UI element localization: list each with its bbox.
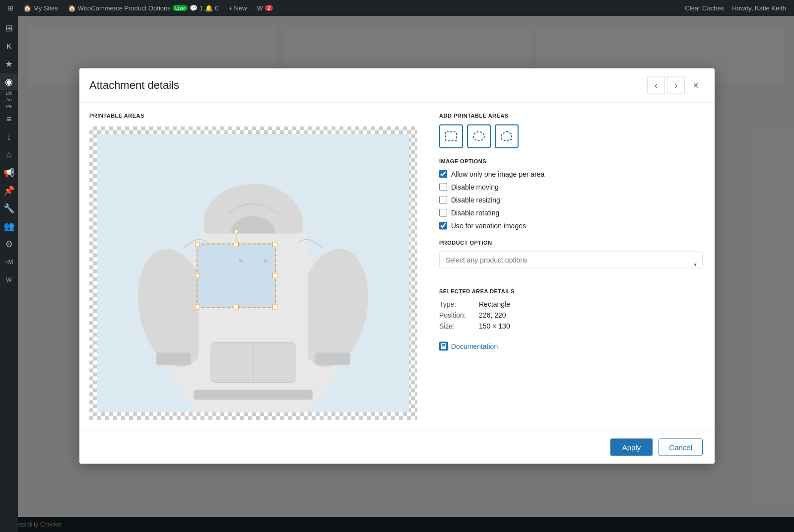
close-icon: × bbox=[693, 79, 699, 91]
woo-icon: W bbox=[257, 4, 263, 12]
attachment-details-modal: Attachment details ‹ › × PRINTABLE AREAS bbox=[79, 68, 715, 464]
printable-area-selection[interactable] bbox=[197, 244, 276, 308]
checkbox-disable-rotating[interactable]: Disable rotating bbox=[439, 209, 703, 217]
image-options-group: Allow only one image per area Disable mo… bbox=[439, 170, 703, 230]
checkbox-one-image-input[interactable] bbox=[439, 170, 447, 178]
modal-next-button[interactable]: › bbox=[667, 76, 685, 94]
modal-header: Attachment details ‹ › × bbox=[79, 68, 715, 103]
new-label: + New bbox=[228, 4, 247, 12]
selected-area-details-title: SELECTED AREA DETAILS bbox=[439, 288, 703, 294]
checkbox-variation-images-input[interactable] bbox=[439, 222, 447, 230]
detail-row-position: Position: 226, 220 bbox=[439, 311, 703, 319]
chevron-right-icon: › bbox=[674, 80, 677, 90]
wp-logo-menu[interactable]: ⊞ bbox=[4, 0, 17, 16]
sidebar-icon-active[interactable]: ◉ bbox=[0, 73, 18, 90]
svg-rect-19 bbox=[442, 347, 445, 348]
sidebar-label-pe: Pe bbox=[6, 104, 11, 110]
notif-count: 0 bbox=[215, 4, 218, 12]
checkbox-disable-rotating-input[interactable] bbox=[439, 209, 447, 217]
product-option-select-wrapper[interactable]: Select any product options bbox=[439, 252, 703, 278]
sidebar-icon-list[interactable]: ≡ bbox=[0, 111, 18, 128]
sidebar-label-lib: Lib bbox=[6, 91, 12, 97]
cancel-button[interactable]: Cancel bbox=[659, 439, 703, 456]
checkbox-disable-moving-label: Disable moving bbox=[451, 183, 499, 191]
detail-row-size: Size: 150 × 130 bbox=[439, 322, 703, 330]
plugin-home-icon: 🏠 bbox=[68, 4, 76, 12]
user-menu[interactable]: Howdy, Katie Keith bbox=[728, 0, 790, 16]
clear-caches-label: Clear Caches bbox=[685, 4, 724, 12]
hoodie-preview bbox=[134, 134, 372, 412]
user-label: Howdy, Katie Keith bbox=[732, 4, 786, 12]
type-label: Type: bbox=[439, 300, 479, 308]
add-printable-areas-title: ADD PRINTABLE AREAS bbox=[439, 113, 703, 119]
size-value: 150 × 130 bbox=[479, 322, 510, 330]
modal-prev-button[interactable]: ‹ bbox=[647, 76, 665, 94]
type-value: Rectangle bbox=[479, 300, 510, 308]
handle-top-center[interactable] bbox=[234, 242, 239, 247]
rectangle-shape-button[interactable] bbox=[439, 125, 463, 148]
checkbox-disable-moving[interactable]: Disable moving bbox=[439, 183, 703, 191]
svg-rect-13 bbox=[446, 132, 457, 141]
handle-top-left[interactable] bbox=[195, 242, 200, 247]
canvas-panel: PRINTABLE AREAS bbox=[79, 103, 427, 430]
sidebar-icon-pin[interactable]: 📌 bbox=[0, 182, 18, 199]
modal-close-button[interactable]: × bbox=[687, 76, 705, 94]
handle-bottom-right[interactable] bbox=[272, 305, 277, 310]
my-sites-label: My Sites bbox=[33, 4, 58, 12]
checkbox-disable-resizing-label: Disable resizing bbox=[451, 196, 500, 204]
chevron-left-icon: ‹ bbox=[655, 80, 658, 90]
product-option-select[interactable]: Select any product options bbox=[439, 252, 703, 268]
sidebar-icon-k[interactable]: K bbox=[0, 38, 18, 55]
handle-middle-right[interactable] bbox=[272, 273, 277, 278]
image-options-title: IMAGE OPTIONS bbox=[439, 158, 703, 164]
woo-badge: 2 bbox=[265, 5, 273, 11]
sidebar-icon-tools[interactable]: 🔧 bbox=[0, 200, 18, 217]
sidebar-icon-star[interactable]: ★ bbox=[0, 56, 18, 72]
checkbox-disable-moving-input[interactable] bbox=[439, 183, 447, 191]
handle-top-right[interactable] bbox=[272, 242, 277, 247]
documentation-link[interactable]: Documentation bbox=[439, 342, 703, 351]
checkbox-variation-images-label: Use for variation images bbox=[451, 222, 526, 230]
checkbox-disable-rotating-label: Disable rotating bbox=[451, 209, 499, 217]
my-sites-icon: 🏠 bbox=[23, 4, 31, 12]
options-panel: ADD PRINTABLE AREAS bbox=[427, 103, 715, 430]
plugin-name-menu[interactable]: 🏠 WooCommerce Product Options Live 💬 1 🔔… bbox=[64, 0, 223, 16]
ellipse-shape-button[interactable] bbox=[467, 125, 491, 148]
modal-navigation: ‹ › × bbox=[647, 76, 705, 94]
checkbox-disable-resizing-input[interactable] bbox=[439, 196, 447, 204]
plugin-name-label: WooCommerce Product Options bbox=[78, 4, 171, 12]
detail-row-type: Type: Rectangle bbox=[439, 300, 703, 308]
documentation-label: Documentation bbox=[451, 342, 498, 350]
checkbox-disable-resizing[interactable]: Disable resizing bbox=[439, 196, 703, 204]
sidebar-icon-comments[interactable]: ☆ bbox=[0, 146, 18, 163]
sidebar-icon-users[interactable]: 👥 bbox=[0, 218, 18, 235]
apply-button[interactable]: Apply bbox=[610, 439, 653, 456]
sidebar-icon-m[interactable]: ~M bbox=[0, 254, 18, 270]
printable-areas-title: PRINTABLE AREAS bbox=[89, 113, 417, 119]
woo-menu[interactable]: W 2 bbox=[253, 0, 277, 16]
sidebar-icon-woo[interactable]: W bbox=[0, 271, 18, 288]
checkbox-variation-images[interactable]: Use for variation images bbox=[439, 222, 703, 230]
handle-bottom-center[interactable] bbox=[234, 305, 239, 310]
comment-icon: 💬 bbox=[190, 4, 198, 12]
clear-caches-btn[interactable]: Clear Caches bbox=[681, 0, 728, 16]
notif-icon: 🔔 bbox=[205, 4, 213, 12]
sidebar-icon-dashboard[interactable]: ⊞ bbox=[0, 20, 18, 37]
my-sites-menu[interactable]: 🏠 My Sites bbox=[19, 0, 62, 16]
sidebar-icon-download[interactable]: ↓ bbox=[0, 129, 18, 145]
checkbox-one-image[interactable]: Allow only one image per area bbox=[439, 170, 703, 178]
modal-title: Attachment details bbox=[89, 79, 179, 92]
position-label: Position: bbox=[439, 311, 479, 319]
handle-bottom-left[interactable] bbox=[195, 305, 200, 310]
checkbox-one-image-label: Allow only one image per area bbox=[451, 170, 544, 178]
sidebar-icon-settings[interactable]: ⚙ bbox=[0, 236, 18, 253]
sidebar-icon-megaphone[interactable]: 📢 bbox=[0, 164, 18, 181]
handle-middle-left[interactable] bbox=[195, 273, 200, 278]
polygon-shape-button[interactable] bbox=[495, 125, 519, 148]
modal-footer: Apply Cancel bbox=[79, 430, 715, 464]
svg-point-14 bbox=[473, 132, 484, 141]
new-menu[interactable]: + New bbox=[224, 0, 251, 16]
svg-rect-12 bbox=[194, 390, 313, 400]
canvas-container[interactable] bbox=[89, 127, 417, 420]
wp-sidebar: ⊞ K ★ ◉ Lib Ad Pe ≡ ↓ ☆ 📢 📌 🔧 👥 ⚙ ~M W bbox=[0, 16, 18, 532]
